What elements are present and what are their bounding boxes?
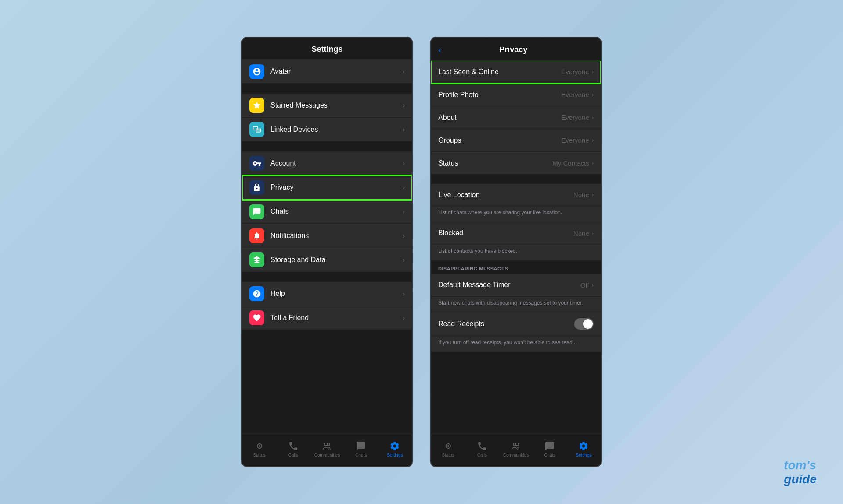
- privacy-status-label: Status: [438, 159, 552, 167]
- svg-point-4: [324, 443, 327, 446]
- blocked-label: Blocked: [438, 229, 573, 237]
- privacy-row-live-location[interactable]: Live Location None ›: [431, 184, 601, 206]
- starred-chevron: ›: [403, 102, 405, 109]
- svg-point-7: [447, 445, 449, 447]
- privacy-tab-bar: Status Calls Communities: [431, 435, 601, 466]
- default-timer-value: Off: [580, 281, 589, 289]
- settings-row-chats[interactable]: Chats ›: [242, 200, 412, 224]
- disappearing-section-header: DISAPPEARING MESSAGES: [431, 261, 601, 274]
- privacy-label: Privacy: [270, 184, 399, 191]
- separator-3: [242, 273, 412, 282]
- settings-row-privacy[interactable]: Privacy ›: [242, 176, 412, 200]
- privacy-row-last-seen[interactable]: Last Seen & Online Everyone ›: [431, 61, 601, 83]
- chats-chevron: ›: [403, 208, 405, 215]
- watermark: tom's guide: [784, 458, 817, 486]
- storage-icon: [249, 252, 264, 267]
- notifications-label: Notifications: [270, 232, 399, 240]
- tab-calls-label: Calls: [288, 453, 298, 457]
- linked-label: Linked Devices: [270, 126, 399, 133]
- svg-point-8: [513, 443, 516, 446]
- settings-row-avatar[interactable]: Avatar ›: [242, 60, 412, 84]
- svg-rect-1: [256, 129, 260, 132]
- last-seen-chevron: ›: [592, 68, 594, 75]
- privacy-row-groups[interactable]: Groups Everyone ›: [431, 129, 601, 152]
- read-receipts-subtext-container: If you turn off read receipts, you won't…: [431, 336, 601, 352]
- separator-2: [242, 143, 412, 151]
- phones-container: Settings Avatar ›: [241, 37, 602, 467]
- default-timer-chevron: ›: [592, 282, 594, 288]
- settings-row-linked[interactable]: Linked Devices ›: [242, 118, 412, 142]
- privacy-row-blocked[interactable]: Blocked None ›: [431, 222, 601, 245]
- settings-group-avatar: Avatar ›: [242, 60, 412, 84]
- groups-chevron: ›: [592, 137, 594, 144]
- settings-row-account[interactable]: Account ›: [242, 151, 412, 176]
- read-receipts-toggle[interactable]: [574, 318, 594, 330]
- privacy-row-profile-photo[interactable]: Profile Photo Everyone ›: [431, 83, 601, 106]
- privacy-row-status[interactable]: Status My Contacts ›: [431, 152, 601, 175]
- privacy-row-read-receipts[interactable]: Read Receipts: [431, 312, 601, 336]
- watermark-line2: guide: [784, 472, 817, 486]
- friend-chevron: ›: [403, 314, 405, 321]
- privacy-tab-settings-label: Settings: [576, 453, 591, 457]
- account-icon: [249, 156, 264, 171]
- friend-icon: [249, 310, 264, 325]
- settings-row-friend[interactable]: Tell a Friend ›: [242, 306, 412, 330]
- settings-group-3: Account › Privacy ›: [242, 151, 412, 272]
- live-location-subtext: List of chats where you are sharing your…: [438, 209, 562, 216]
- privacy-status-chevron: ›: [592, 160, 594, 166]
- tab-settings-label: Settings: [387, 453, 403, 457]
- notifications-icon: [249, 228, 264, 243]
- profile-photo-value: Everyone: [561, 91, 589, 98]
- about-chevron: ›: [592, 114, 594, 121]
- privacy-tab-settings[interactable]: Settings: [567, 439, 601, 459]
- avatar-label: Avatar: [270, 68, 399, 76]
- settings-body: Avatar › Starred Messages ›: [242, 60, 412, 435]
- read-receipts-toggle-container[interactable]: [574, 318, 594, 330]
- privacy-tab-status[interactable]: Status: [431, 439, 465, 459]
- live-location-value: None: [573, 191, 589, 198]
- privacy-body: Last Seen & Online Everyone › Profile Ph…: [431, 61, 601, 435]
- blocked-chevron: ›: [592, 230, 594, 237]
- default-timer-subtext-container: Start new chats with disappearing messag…: [431, 297, 601, 313]
- tab-chats-label: Chats: [355, 453, 367, 457]
- privacy-icon: [249, 180, 264, 195]
- settings-row-storage[interactable]: Storage and Data ›: [242, 248, 412, 272]
- last-seen-label: Last Seen & Online: [438, 68, 561, 76]
- help-label: Help: [270, 290, 399, 298]
- back-button[interactable]: ‹: [438, 45, 441, 55]
- settings-row-help[interactable]: Help ›: [242, 282, 412, 306]
- privacy-row-default-timer[interactable]: Default Message Timer Off ›: [431, 274, 601, 297]
- privacy-tab-communities[interactable]: Communities: [499, 439, 533, 459]
- svg-point-5: [327, 443, 330, 446]
- notifications-chevron: ›: [403, 232, 405, 239]
- svg-point-3: [259, 445, 260, 447]
- chats-label: Chats: [270, 208, 399, 216]
- settings-row-notifications[interactable]: Notifications ›: [242, 224, 412, 248]
- separator-1: [242, 85, 412, 94]
- live-location-chevron: ›: [592, 191, 594, 198]
- tab-calls[interactable]: Calls: [276, 439, 310, 459]
- tab-chats[interactable]: Chats: [344, 439, 378, 459]
- settings-row-starred[interactable]: Starred Messages ›: [242, 94, 412, 118]
- privacy-tab-chats[interactable]: Chats: [533, 439, 567, 459]
- settings-phone: Settings Avatar ›: [241, 37, 413, 467]
- tab-communities[interactable]: Communities: [310, 439, 344, 459]
- privacy-tab-communities-label: Communities: [503, 453, 529, 457]
- profile-photo-label: Profile Photo: [438, 91, 561, 99]
- settings-group-2: Starred Messages › Linked Devices ›: [242, 94, 412, 142]
- tab-settings[interactable]: Settings: [378, 439, 412, 459]
- tab-status[interactable]: Status: [242, 439, 276, 459]
- live-location-label: Live Location: [438, 191, 573, 199]
- storage-chevron: ›: [403, 256, 405, 263]
- privacy-tab-calls[interactable]: Calls: [465, 439, 499, 459]
- avatar-chevron: ›: [403, 68, 405, 75]
- blocked-value: None: [573, 230, 589, 237]
- svg-point-9: [516, 443, 519, 446]
- privacy-row-about[interactable]: About Everyone ›: [431, 106, 601, 129]
- chats-icon: [249, 204, 264, 219]
- profile-photo-chevron: ›: [592, 91, 594, 98]
- last-seen-value: Everyone: [561, 68, 589, 76]
- toggle-knob: [583, 319, 593, 329]
- default-timer-label: Default Message Timer: [438, 281, 580, 289]
- tab-communities-label: Communities: [314, 453, 340, 457]
